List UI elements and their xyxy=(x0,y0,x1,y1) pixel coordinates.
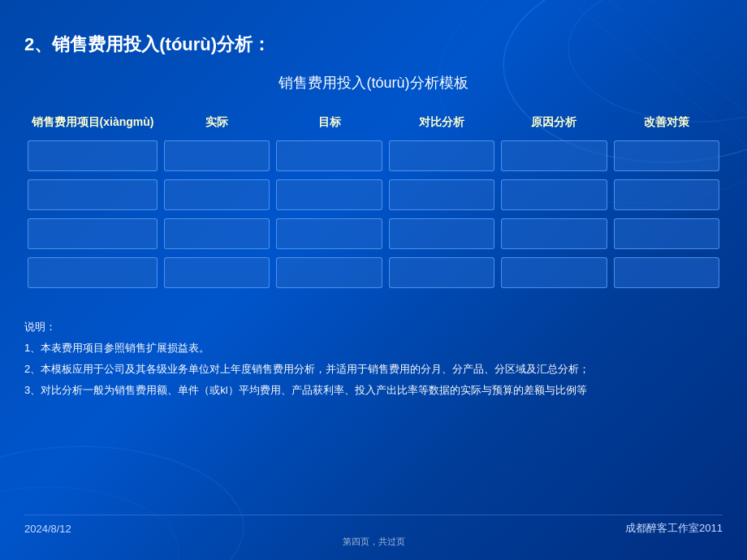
col-header-item: 销售费用项目(xiàngmù) xyxy=(24,109,161,136)
notes-section: 说明： 1、本表费用项目参照销售扩展损益表。 2、本模板应用于公司及其各级业务单… xyxy=(24,317,723,401)
cell-compare-1[interactable] xyxy=(389,140,494,171)
section-title: 2、销售费用投入(tóurù)分析： xyxy=(24,32,723,57)
footer: 2024/8/12 成都醉客工作室2011 xyxy=(0,521,747,536)
notes-item-1: 1、本表费用项目参照销售扩展损益表。 xyxy=(24,338,723,359)
footer-date: 2024/8/12 xyxy=(24,523,71,535)
notes-item-3: 3、对比分析一般为销售费用额、单件（或kl）平均费用、产品获利率、投入产出比率等… xyxy=(24,380,723,401)
cell-reason-4[interactable] xyxy=(501,257,607,288)
notes-title: 说明： xyxy=(24,317,723,338)
cell-reason-3[interactable] xyxy=(501,218,607,249)
col-header-improve: 改善对策 xyxy=(611,109,723,136)
cell-item-3[interactable] xyxy=(28,218,158,249)
cell-compare-3[interactable] xyxy=(389,218,494,249)
cell-improve-3[interactable] xyxy=(614,218,719,249)
cell-compare-2[interactable] xyxy=(389,179,494,210)
cell-actual-2[interactable] xyxy=(164,179,270,210)
cell-item-2[interactable] xyxy=(28,179,158,210)
cell-actual-1[interactable] xyxy=(164,140,270,171)
col-header-target: 目标 xyxy=(273,109,385,136)
col-header-reason: 原因分析 xyxy=(498,109,610,136)
cell-item-4[interactable] xyxy=(28,257,158,288)
table-title: 销售费用投入(tóurù)分析模板 xyxy=(24,73,723,93)
table-row xyxy=(24,175,723,214)
cell-compare-4[interactable] xyxy=(389,257,494,288)
cell-target-3[interactable] xyxy=(276,218,382,249)
col-header-actual: 实际 xyxy=(161,109,273,136)
table-row xyxy=(24,253,723,292)
footer-divider xyxy=(24,515,723,515)
svg-point-3 xyxy=(0,446,244,560)
cell-reason-1[interactable] xyxy=(501,140,607,171)
cell-improve-2[interactable] xyxy=(614,179,719,210)
cell-item-1[interactable] xyxy=(28,140,158,171)
cell-reason-2[interactable] xyxy=(501,179,607,210)
cell-actual-3[interactable] xyxy=(164,218,270,249)
cell-actual-4[interactable] xyxy=(164,257,270,288)
col-header-compare: 对比分析 xyxy=(386,109,498,136)
cell-target-1[interactable] xyxy=(276,140,382,171)
cell-improve-1[interactable] xyxy=(614,140,719,171)
cell-target-2[interactable] xyxy=(276,179,382,210)
notes-item-2: 2、本模板应用于公司及其各级业务单位对上年度销售费用分析，并适用于销售费用的分月… xyxy=(24,359,723,380)
cell-improve-4[interactable] xyxy=(614,257,719,288)
analysis-table: 销售费用项目(xiàngmù) 实际 目标 对比分析 原因分析 改善对策 xyxy=(24,109,723,292)
footer-studio: 成都醉客工作室2011 xyxy=(625,521,723,536)
cell-target-4[interactable] xyxy=(276,257,382,288)
table-row xyxy=(24,136,723,175)
table-row xyxy=(24,214,723,253)
footer-pagination: 第四页，共过页 xyxy=(343,536,405,548)
